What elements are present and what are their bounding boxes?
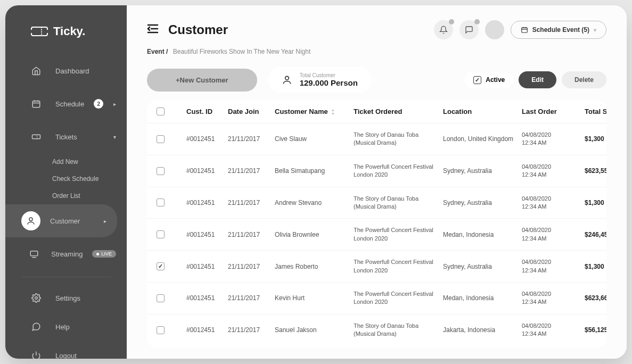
sidebar-item-streaming[interactable]: Streaming LIVE (5, 237, 127, 270)
svg-rect-11 (30, 251, 38, 256)
nav-label: Help (55, 323, 70, 331)
cell-name: Bella Simatupang (275, 167, 349, 175)
cell-total-spent: $1,300 (585, 263, 606, 270)
sidebar-item-customer[interactable]: Customer ▸ (5, 204, 117, 237)
schedule-event-button[interactable]: Schedule Event (5) ▾ (511, 21, 606, 39)
col-header-spent[interactable]: Total Spent (585, 107, 606, 115)
table-header: Cust. ID Date Join Customer Name▲▼ Ticke… (147, 100, 606, 123)
stream-icon (27, 244, 42, 263)
select-all-checkbox[interactable] (157, 107, 165, 115)
breadcrumb: Event / Beautiful Fireworks Show In The … (127, 48, 627, 62)
breadcrumb-current[interactable]: Beautiful Fireworks Show In The New Year… (173, 48, 311, 55)
cell-id: #0012451 (186, 199, 224, 206)
sidebar-item-tickets[interactable]: Tickets ▾ (5, 120, 127, 153)
edit-button[interactable]: Edit (519, 71, 556, 88)
cell-ticket: The Powerfull Concert Festival London 20… (354, 226, 439, 243)
sidebar-item-logout[interactable]: Logout (5, 341, 127, 359)
total-customer-card: Total Customer 129.000 Person (268, 67, 372, 93)
row-checkbox[interactable] (157, 262, 165, 270)
user-icon (21, 211, 40, 230)
row-checkbox[interactable] (157, 167, 165, 175)
cell-join: 21/11/2017 (228, 135, 270, 143)
cell-total-spent: $1,300 (585, 135, 606, 143)
sidebar-item-schedule[interactable]: Schedule 2 ▸ (5, 87, 127, 120)
cell-id: #0012451 (186, 326, 224, 334)
cell-location: London, United Kingdom (443, 135, 518, 143)
cell-location: Medan, Indonesia (443, 294, 518, 302)
col-header-ticket[interactable]: Ticket Ordered (354, 107, 439, 115)
nav-label: Schedule (55, 100, 84, 108)
cell-id: #0012451 (186, 294, 224, 302)
cell-total-spent: $56,125 (585, 326, 606, 334)
nav-label: Streaming (51, 250, 83, 258)
cell-total-spent: $623,66 (585, 294, 606, 302)
sidebar-subitem-check-schedule[interactable]: Check Schedule (52, 170, 127, 187)
cell-join: 21/11/2017 (228, 326, 270, 334)
row-checkbox[interactable] (157, 326, 165, 334)
sidebar-item-help[interactable]: Help (5, 312, 127, 341)
bottom-nav: Settings Help Logout (5, 284, 127, 359)
cell-location: Sydney, Australia (443, 199, 518, 206)
table-row: #001245121/11/2017James RobertoThe Power… (147, 250, 606, 282)
table-row: #001245121/11/2017Kevin HurtThe Powerful… (147, 282, 606, 314)
nav-label: Logout (55, 352, 77, 359)
table-row: #001245121/11/2017Cive SlauwThe Story of… (147, 123, 606, 155)
cell-name: Sanuel Jakson (275, 326, 349, 334)
cell-last-order: 04/08/202012:34 AM (522, 322, 580, 338)
svg-point-10 (29, 218, 32, 221)
total-customer-value: 129.000 Person (300, 78, 358, 87)
row-checkbox[interactable] (157, 294, 165, 302)
cell-location: Sydney, Australia (443, 263, 518, 270)
toolbar: +New Customer Total Customer 129.000 Per… (127, 62, 627, 100)
cell-location: Jakarta, Indonesia (443, 326, 518, 334)
cell-id: #0012451 (186, 167, 224, 175)
cell-location: Sydney, Australia (443, 167, 518, 175)
cell-join: 21/11/2017 (228, 294, 270, 302)
chevron-right-icon: ▸ (113, 101, 116, 107)
row-checkbox[interactable] (157, 198, 165, 206)
cell-ticket: The Powerfull Concert Festival London 20… (354, 258, 439, 275)
calendar-icon (27, 94, 46, 113)
col-header-name[interactable]: Customer Name▲▼ (275, 107, 349, 115)
calendar-icon (521, 26, 528, 34)
active-toggle[interactable]: Active (465, 72, 513, 88)
cell-join: 21/11/2017 (228, 231, 270, 238)
cell-name: Andrew Stevano (275, 199, 349, 206)
menu-toggle-icon[interactable] (147, 24, 159, 36)
col-header-last[interactable]: Last Order (522, 107, 580, 115)
home-icon (27, 61, 46, 80)
sidebar-item-dashboard[interactable]: Dashboard (5, 54, 127, 87)
table-body: #001245121/11/2017Cive SlauwThe Story of… (147, 123, 606, 348)
brand-logo[interactable]: Ticky. (5, 5, 127, 54)
cell-name: James Roberto (275, 263, 349, 270)
tickets-submenu: Add New Check Schedule Order List (5, 153, 127, 204)
cell-total-spent: $623,55 (585, 167, 606, 175)
col-header-join[interactable]: Date Join (228, 107, 270, 115)
notifications-button[interactable] (434, 20, 453, 39)
checkbox-icon (473, 76, 481, 84)
row-checkbox[interactable] (157, 135, 165, 143)
page-title: Customer (168, 22, 228, 37)
gear-icon (27, 288, 46, 308)
cell-last-order: 04/08/202012:34 AM (522, 290, 580, 307)
notification-dot (474, 19, 480, 24)
chat-icon (27, 317, 46, 336)
live-badge: LIVE (92, 250, 116, 258)
row-checkbox[interactable] (157, 230, 165, 238)
count-badge: 2 (94, 99, 103, 109)
sidebar-subitem-order-list[interactable]: Order List (52, 187, 127, 204)
sidebar-item-settings[interactable]: Settings (5, 284, 127, 312)
svg-rect-18 (521, 28, 527, 32)
delete-button[interactable]: Delete (562, 71, 606, 88)
header-actions: Schedule Event (5) ▾ (434, 20, 606, 39)
sidebar-subitem-add-new[interactable]: Add New (52, 153, 127, 170)
user-avatar[interactable] (485, 20, 504, 39)
cell-last-order: 04/08/202012:34 AM (522, 131, 580, 147)
col-header-location[interactable]: Location (443, 107, 518, 115)
notification-dot (449, 19, 454, 24)
new-customer-button[interactable]: +New Customer (147, 69, 257, 92)
nav-label: Tickets (55, 133, 77, 141)
chevron-down-icon: ▾ (594, 27, 596, 33)
col-header-id[interactable]: Cust. ID (186, 107, 224, 115)
messages-button[interactable] (459, 20, 479, 39)
